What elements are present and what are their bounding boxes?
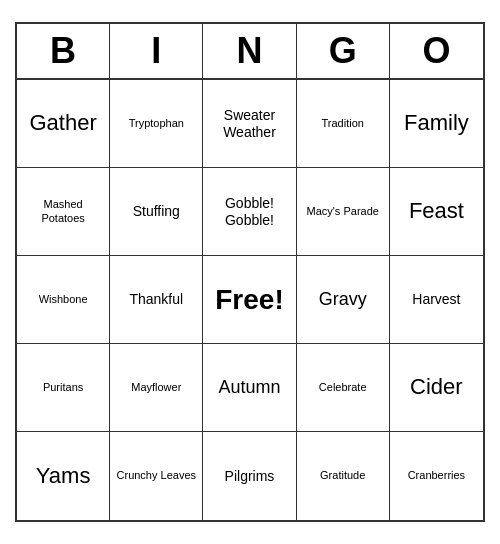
cell-text: Gratitude: [320, 469, 365, 482]
bingo-cell: Stuffing: [110, 168, 203, 256]
header-letter: O: [390, 24, 483, 78]
header-letter: G: [297, 24, 390, 78]
bingo-cell: Cider: [390, 344, 483, 432]
cell-text: Puritans: [43, 381, 83, 394]
bingo-cell: Gobble! Gobble!: [203, 168, 296, 256]
cell-text: Free!: [215, 283, 283, 317]
bingo-cell: Macy's Parade: [297, 168, 390, 256]
bingo-cell: Cranberries: [390, 432, 483, 520]
cell-text: Tryptophan: [129, 117, 184, 130]
bingo-cell: Autumn: [203, 344, 296, 432]
bingo-cell: Celebrate: [297, 344, 390, 432]
bingo-cell: Family: [390, 80, 483, 168]
bingo-grid: GatherTryptophanSweater WeatherTradition…: [17, 80, 483, 520]
cell-text: Autumn: [218, 377, 280, 399]
cell-text: Feast: [409, 198, 464, 224]
cell-text: Pilgrims: [225, 468, 275, 485]
header-letter: I: [110, 24, 203, 78]
cell-text: Mayflower: [131, 381, 181, 394]
cell-text: Mashed Potatoes: [21, 198, 105, 224]
cell-text: Harvest: [412, 291, 460, 308]
cell-text: Cider: [410, 374, 463, 400]
bingo-cell: Feast: [390, 168, 483, 256]
bingo-cell: Puritans: [17, 344, 110, 432]
cell-text: Tradition: [322, 117, 364, 130]
bingo-cell: Mashed Potatoes: [17, 168, 110, 256]
cell-text: Stuffing: [133, 203, 180, 220]
bingo-cell: Mayflower: [110, 344, 203, 432]
bingo-cell: Crunchy Leaves: [110, 432, 203, 520]
cell-text: Wishbone: [39, 293, 88, 306]
cell-text: Gobble! Gobble!: [207, 195, 291, 229]
cell-text: Yams: [36, 463, 91, 489]
cell-text: Cranberries: [408, 469, 465, 482]
bingo-cell: Gratitude: [297, 432, 390, 520]
cell-text: Gravy: [319, 289, 367, 311]
cell-text: Crunchy Leaves: [117, 469, 197, 482]
cell-text: Thankful: [129, 291, 183, 308]
bingo-cell: Harvest: [390, 256, 483, 344]
bingo-cell: Tradition: [297, 80, 390, 168]
bingo-card: BINGO GatherTryptophanSweater WeatherTra…: [15, 22, 485, 522]
bingo-cell: Pilgrims: [203, 432, 296, 520]
bingo-cell: Thankful: [110, 256, 203, 344]
cell-text: Macy's Parade: [306, 205, 378, 218]
bingo-cell: Yams: [17, 432, 110, 520]
cell-text: Celebrate: [319, 381, 367, 394]
cell-text: Family: [404, 110, 469, 136]
bingo-cell: Gravy: [297, 256, 390, 344]
bingo-cell: Sweater Weather: [203, 80, 296, 168]
bingo-header: BINGO: [17, 24, 483, 80]
bingo-cell: Free!: [203, 256, 296, 344]
cell-text: Sweater Weather: [207, 107, 291, 141]
header-letter: B: [17, 24, 110, 78]
bingo-cell: Wishbone: [17, 256, 110, 344]
bingo-cell: Tryptophan: [110, 80, 203, 168]
bingo-cell: Gather: [17, 80, 110, 168]
cell-text: Gather: [29, 110, 96, 136]
header-letter: N: [203, 24, 296, 78]
